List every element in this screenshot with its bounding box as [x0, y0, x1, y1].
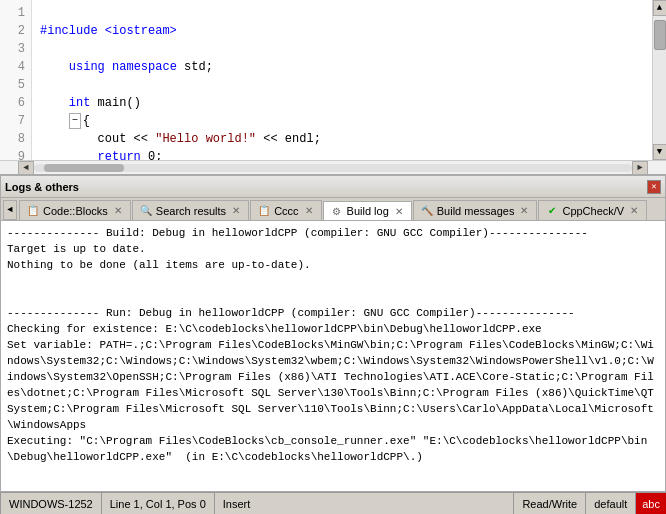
tab-codeblocks-label: Code::Blocks [43, 205, 108, 217]
tab-cppcheck-close[interactable]: ✕ [628, 205, 640, 217]
log-content-area[interactable]: -------------- Build: Debug in helloworl… [1, 221, 665, 491]
tab-search-icon: 🔍 [139, 204, 153, 218]
vertical-scrollbar[interactable]: ▲ ▼ [652, 0, 666, 160]
scroll-thumb[interactable] [654, 20, 666, 50]
tab-search-close[interactable]: ✕ [230, 205, 242, 217]
logs-panel-title: Logs & others [5, 181, 79, 193]
line-numbers: 1 2 3 4 5 6 7 8 9 [0, 0, 32, 160]
tab-buildlog-close[interactable]: ✕ [393, 205, 405, 217]
tab-buildmsg-close[interactable]: ✕ [518, 205, 530, 217]
logs-titlebar: Logs & others ✕ [1, 176, 665, 198]
scroll-thumb-h[interactable] [44, 164, 124, 172]
tab-codeblocks[interactable]: 📋 Code::Blocks ✕ [19, 200, 131, 220]
tab-build-log[interactable]: ⚙ Build log ✕ [323, 201, 412, 221]
code-horizontal-scrollbar[interactable]: ◄ ► [0, 160, 666, 174]
logs-panel: Logs & others ✕ ◄ 📋 Code::Blocks ✕ 🔍 Sea… [0, 175, 666, 492]
code-lines[interactable]: #include <iostream> using namespace std;… [32, 0, 666, 160]
scroll-track [653, 16, 667, 144]
scroll-down-arrow[interactable]: ▼ [653, 144, 667, 160]
tab-cppcheck-icon: ✔ [545, 204, 559, 218]
tabs-bar: ◄ 📋 Code::Blocks ✕ 🔍 Search results ✕ 📋 … [1, 198, 665, 221]
tab-buildmsg-icon: 🔨 [420, 204, 434, 218]
tab-codeblocks-close[interactable]: ✕ [112, 205, 124, 217]
tab-cccc-icon: 📋 [257, 204, 271, 218]
tab-cppcheck[interactable]: ✔ CppCheck/V ✕ [538, 200, 647, 220]
tab-scroll-left[interactable]: ◄ [3, 200, 17, 220]
status-encoding: WINDOWS-1252 [0, 493, 102, 514]
tab-search-label: Search results [156, 205, 226, 217]
tab-cccc-label: Cccc [274, 205, 298, 217]
status-bar: WINDOWS-1252 Line 1, Col 1, Pos 0 Insert… [0, 492, 666, 514]
tab-buildlog-icon: ⚙ [330, 204, 344, 218]
status-read-write: Read/Write [514, 493, 586, 514]
scroll-up-arrow[interactable]: ▲ [653, 0, 667, 16]
tab-cppcheck-label: CppCheck/V [562, 205, 624, 217]
scroll-track-h [34, 164, 632, 172]
tab-cccc[interactable]: 📋 Cccc ✕ [250, 200, 321, 220]
tab-cccc-close[interactable]: ✕ [303, 205, 315, 217]
status-position: Line 1, Col 1, Pos 0 [102, 493, 215, 514]
status-insert-mode: Insert [215, 493, 515, 514]
tab-buildmsg-label: Build messages [437, 205, 515, 217]
code-editor: 1 2 3 4 5 6 7 8 9 #include <iostream> us… [0, 0, 666, 175]
tab-buildlog-label: Build log [347, 205, 389, 217]
tab-search-results[interactable]: 🔍 Search results ✕ [132, 200, 249, 220]
tab-codeblocks-icon: 📋 [26, 204, 40, 218]
logs-close-button[interactable]: ✕ [647, 180, 661, 194]
scroll-left-arrow[interactable]: ◄ [18, 161, 34, 175]
scroll-right-arrow[interactable]: ► [632, 161, 648, 175]
status-abc: abc [636, 493, 666, 514]
status-default: default [586, 493, 636, 514]
tab-build-messages[interactable]: 🔨 Build messages ✕ [413, 200, 538, 220]
